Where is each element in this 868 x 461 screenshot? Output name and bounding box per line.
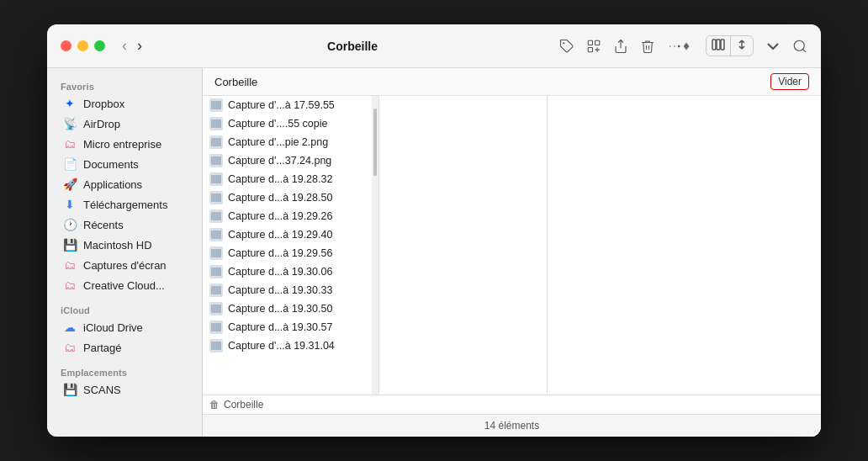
minimize-button[interactable]	[77, 40, 88, 51]
trash-icon[interactable]	[640, 39, 655, 54]
file-name: Capture d...à 19.29.56	[228, 247, 332, 259]
file-item[interactable]: Capture d...à 19.28.50	[203, 188, 378, 207]
toolbar-actions	[559, 35, 807, 56]
content-area: Favoris ✦ Dropbox 📡 AirDrop 🗂 Micro entr…	[47, 68, 821, 437]
file-column-3	[548, 96, 821, 395]
file-icon	[209, 302, 223, 315]
trash-small-icon: 🗑	[209, 399, 220, 411]
documents-icon: 📄	[62, 156, 77, 172]
item-count: 14 éléments	[484, 420, 539, 432]
sidebar-item-partage[interactable]: 🗂 Partagé	[52, 337, 197, 358]
sidebar-item-scans[interactable]: 💾 SCANS	[52, 379, 197, 400]
file-icon	[209, 246, 223, 260]
svg-rect-2	[595, 40, 600, 45]
sidebar-item-label: Récents	[83, 219, 124, 231]
search-icon[interactable]	[792, 39, 807, 54]
sidebar-item-captures[interactable]: 🗂 Captures d'écran	[52, 255, 197, 275]
svg-point-10	[794, 40, 804, 50]
nav-buttons: ‹ ›	[119, 35, 146, 56]
vider-button[interactable]: Vider	[770, 73, 809, 90]
creative-cloud-icon: 🗂	[62, 278, 77, 293]
sidebar-item-label: SCANS	[83, 384, 121, 396]
svg-point-0	[563, 42, 564, 44]
view-switcher	[706, 35, 754, 56]
disk-icon: 💾	[62, 237, 77, 252]
action-icon[interactable]	[586, 39, 601, 54]
captures-icon: 🗂	[62, 257, 77, 273]
scrollbar-thumb[interactable]	[373, 109, 377, 176]
file-icon	[209, 265, 223, 278]
sidebar-item-dropbox[interactable]: ✦ Dropbox	[52, 93, 197, 114]
file-item[interactable]: Capture d...à 19.30.06	[203, 262, 378, 281]
sidebar-item-telechargements[interactable]: ⬇ Téléchargements	[52, 194, 197, 215]
file-name: Capture d'...pie 2.png	[228, 136, 328, 148]
svg-rect-8	[717, 40, 720, 50]
file-item[interactable]: Capture d...à 19.29.26	[203, 207, 378, 225]
file-items-container: Capture d'...à 17.59.55 Capture d'....55…	[203, 96, 378, 355]
file-item[interactable]: Capture d...à 19.29.40	[203, 225, 378, 244]
file-item[interactable]: Capture d...à 19.30.33	[203, 281, 378, 299]
maximize-button[interactable]	[94, 40, 105, 51]
more-icon[interactable]	[667, 39, 694, 54]
file-item[interactable]: Capture d'...à 17.59.55	[203, 96, 378, 114]
svg-rect-9	[721, 40, 724, 50]
file-icon	[209, 98, 223, 112]
file-column-1: Capture d'...à 17.59.55 Capture d'....55…	[203, 96, 379, 395]
sidebar-item-label: Dropbox	[83, 98, 124, 110]
sidebar-item-label: iCloud Drive	[83, 321, 143, 334]
trash-path-label: Corbeille	[224, 399, 263, 411]
file-list: Capture d'...à 17.59.55 Capture d'....55…	[203, 96, 821, 395]
icloud-icon: ☁	[62, 320, 77, 335]
tag-icon[interactable]	[559, 39, 574, 54]
back-button[interactable]: ‹	[119, 35, 130, 56]
file-name: Capture d'...37.24.png	[228, 155, 331, 167]
scans-icon: 💾	[62, 382, 77, 397]
main-panel: Corbeille Vider Capture d'...à 17.59.55 …	[203, 68, 821, 437]
applications-icon: 🚀	[62, 177, 77, 192]
main-header: Corbeille Vider	[203, 68, 821, 96]
airdrop-icon: 📡	[62, 116, 77, 131]
traffic-lights	[61, 40, 105, 51]
sidebar-item-recents[interactable]: 🕐 Récents	[52, 215, 197, 235]
sidebar-item-label: AirDrop	[83, 118, 120, 130]
sidebar-item-label: Partagé	[83, 342, 122, 354]
favorites-section-label: Favoris	[47, 77, 202, 93]
file-icon	[209, 321, 223, 334]
file-item[interactable]: Capture d...à 19.28.32	[203, 170, 378, 188]
sidebar-item-label: Creative Cloud...	[83, 279, 165, 292]
main-header-title: Corbeille	[214, 76, 257, 88]
file-item[interactable]: Capture d'...37.24.png	[203, 151, 378, 170]
scrollbar-track	[372, 96, 378, 395]
sidebar-item-label: Applications	[83, 178, 142, 191]
sidebar-item-applications[interactable]: 🚀 Applications	[52, 174, 197, 194]
file-item[interactable]: Capture d...à 19.29.56	[203, 244, 378, 262]
svg-point-6	[670, 45, 671, 47]
file-item[interactable]: Capture d...à 19.30.57	[203, 318, 378, 336]
sidebar-item-macintosh-hd[interactable]: 💾 Macintosh HD	[52, 235, 197, 255]
file-name: Capture d...à 19.28.50	[228, 192, 332, 204]
column-view-button[interactable]	[707, 36, 731, 56]
sidebar-item-creative-cloud[interactable]: 🗂 Creative Cloud...	[52, 275, 197, 295]
share-icon[interactable]	[613, 39, 628, 54]
file-item[interactable]: Capture d'....55 copie	[203, 114, 378, 133]
recents-icon: 🕐	[62, 217, 77, 232]
sidebar-item-icloud-drive[interactable]: ☁ iCloud Drive	[52, 317, 197, 337]
icloud-section-label: iCloud	[47, 300, 202, 317]
sidebar-item-micro-entreprise[interactable]: 🗂 Micro entreprise	[52, 134, 197, 154]
sort-button[interactable]	[731, 36, 753, 56]
close-button[interactable]	[61, 40, 71, 51]
forward-button[interactable]: ›	[134, 35, 146, 56]
downloads-icon: ⬇	[62, 197, 77, 212]
sidebar-item-airdrop[interactable]: 📡 AirDrop	[52, 114, 197, 134]
sidebar-item-documents[interactable]: 📄 Documents	[52, 154, 197, 174]
file-column-2	[379, 96, 548, 395]
file-name: Capture d...à 19.28.32	[228, 173, 332, 185]
chevron-down-icon[interactable]	[765, 39, 781, 54]
locations-section-label: Emplacements	[47, 363, 202, 379]
status-bar: 14 éléments	[203, 414, 821, 437]
file-name: Capture d...à 19.29.26	[228, 210, 332, 222]
file-item[interactable]: Capture d'...pie 2.png	[203, 133, 378, 151]
file-item[interactable]: Capture d...à 19.30.50	[203, 299, 378, 318]
file-item[interactable]: Capture d'...à 19.31.04	[203, 336, 378, 355]
window-title: Corbeille	[156, 40, 549, 53]
